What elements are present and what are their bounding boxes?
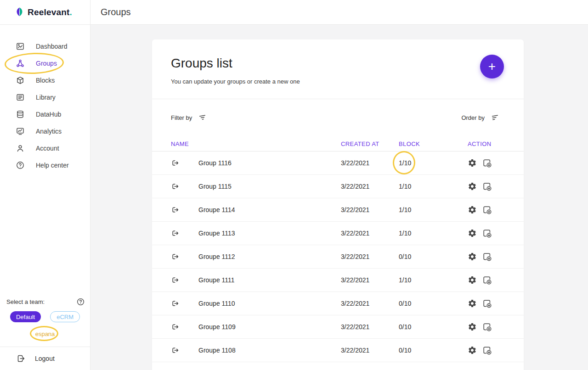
group-name: Group 1116 [198, 159, 341, 167]
card-title: Groups list [171, 56, 524, 71]
created-at-value: 3/22/2021 [341, 323, 399, 331]
table-header: NAME CREATED AT BLOCK ACTION [152, 137, 524, 151]
settings-icon[interactable] [468, 322, 477, 331]
settings-icon[interactable] [468, 346, 477, 355]
table-row[interactable]: Groupe 1113 3/22/2021 1/10 [152, 222, 524, 245]
datahub-icon [16, 110, 25, 119]
table-row[interactable]: Groupe 1108 3/22/2021 0/10 [152, 339, 524, 362]
download-block-icon[interactable] [482, 229, 492, 238]
group-name: Groupe 1112 [198, 253, 341, 260]
help-icon [16, 161, 25, 170]
block-count: 0/10 [399, 323, 468, 331]
card-header: Groups list You can update your groups o… [152, 39, 524, 99]
add-group-button[interactable]: + [480, 55, 504, 78]
group-icon [171, 322, 180, 331]
download-block-icon[interactable] [482, 322, 492, 331]
order-by-button[interactable]: Order by [461, 113, 500, 122]
topbar: Reelevant. Groups [0, 0, 588, 25]
table-row[interactable]: Groupe 1114 3/22/2021 1/10 [152, 198, 524, 222]
group-icon [171, 275, 180, 285]
settings-icon[interactable] [468, 182, 477, 191]
group-icon [171, 252, 180, 261]
group-icon [171, 182, 180, 191]
sidebar-item-library[interactable]: Library [0, 89, 90, 106]
settings-icon[interactable] [468, 158, 477, 168]
settings-icon[interactable] [468, 229, 477, 238]
download-block-icon[interactable] [482, 346, 492, 355]
column-header-block: BLOCK [399, 140, 468, 147]
created-at-value: 3/22/2021 [341, 230, 399, 237]
order-by-label: Order by [461, 114, 485, 121]
card-subtitle: You can update your groups or create a n… [171, 78, 524, 85]
logout-button[interactable]: Logout [0, 347, 90, 370]
block-count: 1/10 [399, 230, 468, 237]
download-block-icon[interactable] [482, 182, 492, 191]
filter-icon [198, 113, 207, 122]
team-select-label: Select a team: [6, 298, 45, 305]
settings-icon[interactable] [468, 252, 477, 261]
sidebar-item-account[interactable]: Account [0, 140, 90, 157]
download-block-icon[interactable] [482, 299, 492, 308]
block-count: 1/10 [399, 206, 468, 213]
filter-by-button[interactable]: Filter by [171, 113, 207, 122]
team-chip-espana[interactable]: espana [29, 328, 61, 339]
filter-order-row: Filter by Order by [152, 112, 524, 123]
brand-name-wrap: Reelevant. [28, 7, 72, 17]
app-root: Reelevant. Groups Dashboard Groups Block… [0, 0, 588, 370]
analytics-icon [16, 127, 25, 136]
block-count: 1/10 [399, 159, 468, 167]
block-count: 0/10 [399, 253, 468, 260]
dashboard-icon [16, 42, 25, 51]
table-row[interactable] [152, 362, 524, 370]
group-name: Groupe 1113 [198, 230, 341, 237]
download-block-icon[interactable] [482, 205, 492, 214]
download-block-icon[interactable] [482, 275, 492, 285]
sidebar-item-dashboard[interactable]: Dashboard [0, 38, 90, 55]
table-row[interactable]: Group 1115 3/22/2021 1/10 [152, 175, 524, 198]
table-row[interactable]: Groupe 1110 3/22/2021 0/10 [152, 292, 524, 315]
library-icon [16, 93, 25, 102]
sidebar-item-analytics[interactable]: Analytics [0, 123, 90, 140]
created-at-value: 3/22/2021 [341, 276, 399, 284]
blocks-icon [16, 76, 25, 85]
table-row[interactable]: Groupe 1112 3/22/2021 0/10 [152, 245, 524, 269]
brand-name: Reelevant [28, 7, 70, 17]
team-chips-row-2: espana [0, 328, 90, 339]
settings-icon[interactable] [468, 205, 477, 214]
created-at-value: 3/22/2021 [341, 159, 399, 167]
table-row[interactable]: Group 1116 3/22/2021 1/10 [152, 151, 524, 175]
column-header-action: ACTION [468, 140, 505, 147]
block-count: 0/10 [399, 300, 468, 307]
reelevant-logo-icon [15, 7, 24, 17]
sidebar-item-groups[interactable]: Groups [0, 55, 90, 72]
sidebar: Dashboard Groups Blocks Library DataHub … [0, 25, 90, 370]
group-name: Groupe 1114 [198, 206, 341, 213]
download-block-icon[interactable] [482, 252, 492, 261]
groups-card: Groups list You can update your groups o… [152, 39, 524, 370]
team-chip-ecrm[interactable]: eCRM [50, 311, 80, 322]
group-name: Groupe 1111 [198, 276, 341, 284]
team-chip-default[interactable]: Default [10, 311, 41, 322]
group-icon [171, 229, 180, 238]
sidebar-item-datahub[interactable]: DataHub [0, 106, 90, 123]
download-block-icon[interactable] [482, 158, 492, 168]
settings-icon[interactable] [468, 275, 477, 285]
table-row[interactable]: Groupe 1109 3/22/2021 0/10 [152, 315, 524, 339]
group-name: Groupe 1108 [198, 347, 341, 354]
group-icon [171, 346, 180, 355]
table-row[interactable]: Groupe 1111 3/22/2021 1/10 [152, 269, 524, 292]
team-label-row: Select a team: [0, 296, 90, 308]
sidebar-item-help-center[interactable]: Help center [0, 157, 90, 174]
group-name: Groupe 1110 [198, 300, 341, 307]
group-icon [171, 299, 180, 308]
settings-icon[interactable] [468, 299, 477, 308]
block-count: 1/10 [399, 183, 468, 190]
created-at-value: 3/22/2021 [341, 300, 399, 307]
groups-table: Group 1116 3/22/2021 1/10 Group 1115 3/2… [152, 151, 524, 370]
sidebar-item-blocks[interactable]: Blocks [0, 72, 90, 89]
sort-icon [491, 113, 500, 122]
help-icon[interactable] [76, 297, 85, 306]
group-icon [171, 158, 180, 168]
brand-logo[interactable]: Reelevant. [0, 0, 90, 24]
block-count: 1/10 [399, 276, 468, 284]
